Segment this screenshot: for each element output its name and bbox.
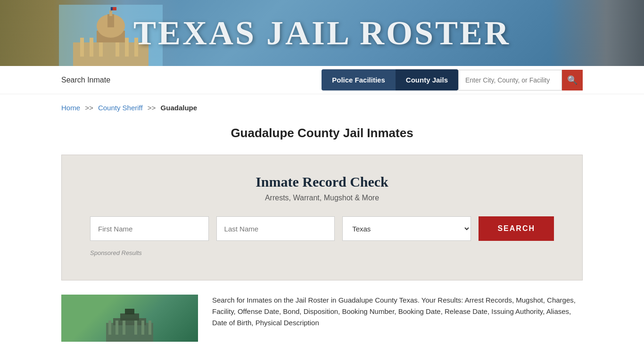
svg-rect-17 — [120, 313, 139, 321]
search-icon: 🔍 — [567, 75, 578, 85]
search-card-title: Inmate Record Check — [90, 174, 554, 190]
bottom-description: Search for Inmates on the Jail Roster in… — [212, 295, 583, 329]
search-inmate-label: Search Inmate — [61, 76, 110, 84]
sponsored-label: Sponsored Results — [90, 249, 554, 256]
bottom-section: Search for Inmates on the Jail Roster in… — [0, 280, 644, 356]
breadcrumb-sep-2: >> — [148, 104, 156, 112]
svg-rect-2 — [80, 38, 84, 57]
building-image — [61, 295, 198, 342]
svg-rect-14 — [111, 7, 113, 10]
svg-rect-20 — [116, 321, 118, 335]
last-name-input[interactable] — [216, 216, 335, 241]
svg-rect-21 — [123, 321, 125, 335]
svg-rect-18 — [125, 309, 134, 314]
svg-rect-22 — [134, 321, 137, 335]
search-fields-row: AlabamaAlaskaArizonaArkansasCaliforniaCo… — [90, 216, 554, 241]
svg-rect-19 — [108, 321, 111, 335]
search-submit-button[interactable]: SEARCH — [479, 216, 554, 241]
svg-rect-3 — [90, 38, 93, 57]
breadcrumb-county-sheriff-link[interactable]: County Sheriff — [98, 104, 143, 112]
facility-search-input[interactable] — [458, 70, 562, 90]
police-facilities-button[interactable]: Police Facilities — [322, 69, 396, 90]
svg-rect-10 — [107, 14, 114, 27]
site-title: Texas Jail Roster — [133, 14, 511, 53]
breadcrumb: Home >> County Sheriff >> Guadalupe — [0, 94, 644, 121]
svg-rect-6 — [125, 38, 129, 57]
breadcrumb-sep-1: >> — [85, 104, 93, 112]
courthouse-building-icon — [101, 304, 158, 342]
county-jails-button[interactable]: County Jails — [396, 69, 458, 90]
state-select[interactable]: AlabamaAlaskaArizonaArkansasCaliforniaCo… — [342, 216, 471, 241]
svg-rect-23 — [141, 321, 144, 335]
svg-rect-24 — [149, 321, 151, 335]
header-banner: Texas Jail Roster — [0, 0, 644, 66]
breadcrumb-current: Guadalupe — [161, 104, 198, 112]
page-title: Guadalupe County Jail Inmates — [0, 126, 644, 140]
banner-right-overlay — [550, 0, 644, 66]
svg-rect-15 — [106, 323, 153, 342]
first-name-input[interactable] — [90, 216, 209, 241]
nav-search-button[interactable]: 🔍 — [562, 70, 583, 90]
search-card-subtitle: Arrests, Warrant, Mugshot & More — [90, 194, 554, 202]
nav-right-group: Police Facilities County Jails 🔍 — [322, 69, 583, 90]
breadcrumb-home-link[interactable]: Home — [61, 104, 80, 112]
nav-bar: Search Inmate Police Facilities County J… — [0, 66, 644, 94]
inmate-search-card: Inmate Record Check Arrests, Warrant, Mu… — [61, 155, 583, 280]
